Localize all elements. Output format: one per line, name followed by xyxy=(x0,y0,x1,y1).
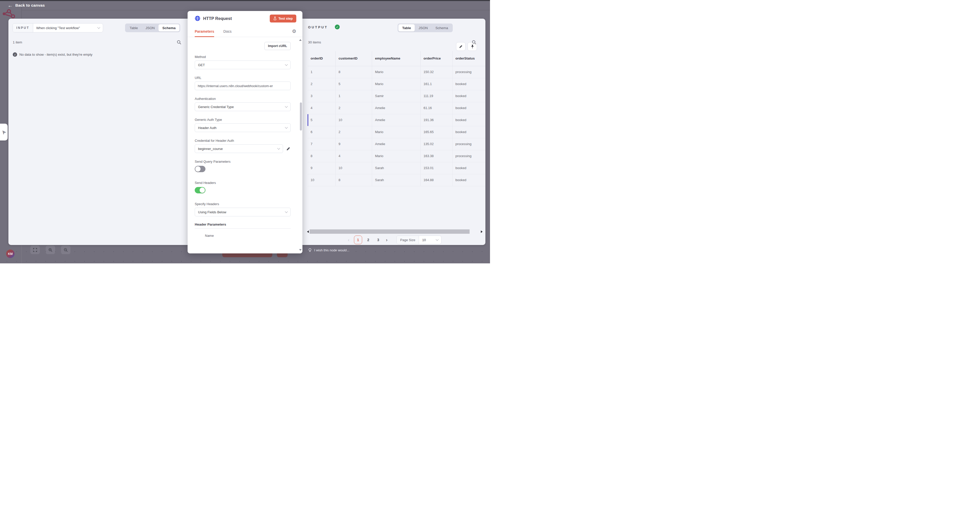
cell: 8 xyxy=(335,174,372,186)
page-next-button[interactable]: › xyxy=(386,237,387,243)
table-row: 42Amelie61.16booked xyxy=(307,102,485,114)
hscroll-right-arrow[interactable] xyxy=(481,230,483,233)
import-curl-button[interactable]: Import cURL xyxy=(264,42,291,50)
authentication-select[interactable]: Generic Credential Type xyxy=(195,102,291,111)
output-table: orderID customerID employeeName orderPri… xyxy=(307,51,485,186)
cell: booked xyxy=(452,114,485,126)
edit-credential-pencil-icon[interactable] xyxy=(286,146,291,151)
input-tab-schema[interactable]: Schema xyxy=(159,24,180,32)
input-run-selector[interactable]: INPUT When clicking "Test workflow" xyxy=(13,23,103,32)
hscroll-thumb[interactable] xyxy=(310,229,469,234)
hscroll-left-arrow[interactable] xyxy=(307,230,309,233)
zoom-in-icon xyxy=(48,248,52,252)
canvas-cursor-button[interactable]: ➤ xyxy=(0,124,8,141)
sidebar-divider-bottom xyxy=(21,245,22,264)
cell: processing xyxy=(452,66,485,78)
cell: 5 xyxy=(307,114,335,126)
cell: Mario xyxy=(372,126,420,138)
send-headers-toggle[interactable] xyxy=(195,187,205,193)
generic-auth-type-label: Generic Auth Type xyxy=(195,118,291,121)
credential-select[interactable]: beginner_course xyxy=(195,144,283,153)
zoom-in-button[interactable] xyxy=(46,246,55,254)
output-search-icon[interactable] xyxy=(472,40,476,45)
zoom-out-button[interactable] xyxy=(61,246,70,254)
cell: 8 xyxy=(335,66,372,78)
chevron-down-icon xyxy=(285,63,288,65)
page-size-control[interactable]: Page Size 10 xyxy=(396,236,442,244)
cell: processing xyxy=(452,150,485,162)
cell: booked xyxy=(452,102,485,114)
edit-output-button[interactable] xyxy=(456,42,466,51)
test-step-button[interactable]: Test step xyxy=(270,14,296,22)
page-button-2[interactable]: 2 xyxy=(365,236,371,244)
specify-headers-select[interactable]: Using Fields Below xyxy=(195,208,291,216)
table-header-row: orderID customerID employeeName orderPri… xyxy=(307,51,485,66)
url-input[interactable] xyxy=(195,81,291,90)
node-tabs: Parameters Docs ⚙ xyxy=(188,26,302,37)
cell: 61.16 xyxy=(420,102,452,114)
cell: 163.38 xyxy=(420,150,452,162)
cell: 150.32 xyxy=(420,66,452,78)
cell: processing xyxy=(452,138,485,150)
output-tab-schema[interactable]: Schema xyxy=(431,24,452,32)
table-row: 31Samir111.19booked xyxy=(307,90,485,102)
generic-auth-type-select[interactable]: Header Auth xyxy=(195,123,291,132)
page-prev-button[interactable]: ‹ xyxy=(348,237,349,243)
cell: 2 xyxy=(307,78,335,90)
authentication-value: Generic Credential Type xyxy=(198,105,285,109)
input-tab-table[interactable]: Table xyxy=(126,24,142,32)
cell: 10 xyxy=(307,174,335,186)
cursor-arrow-icon: ➤ xyxy=(0,128,8,136)
input-empty-state: i No data to show - item(s) exist, but t… xyxy=(13,53,92,57)
lightbulb-icon xyxy=(308,248,312,252)
avatar[interactable]: KM xyxy=(6,249,14,258)
modal-scroll-down-arrow[interactable] xyxy=(299,249,302,251)
input-search-icon[interactable] xyxy=(177,40,181,45)
table-row: 79Amelie135.02processing xyxy=(307,138,485,150)
tab-parameters[interactable]: Parameters xyxy=(195,26,214,37)
page-size-value: 10 xyxy=(422,238,434,242)
cell: 161.1 xyxy=(420,78,452,90)
credential-value: beginner_course xyxy=(198,147,278,151)
page-size-select[interactable]: 10 xyxy=(419,236,441,244)
chevron-down-icon xyxy=(285,126,288,128)
output-tab-json[interactable]: JSON xyxy=(415,24,431,32)
col-orderID[interactable]: orderID xyxy=(307,51,335,66)
col-employeeName[interactable]: employeeName xyxy=(372,51,420,66)
cell: Mario xyxy=(372,66,420,78)
col-orderPrice[interactable]: orderPrice xyxy=(420,51,452,66)
header-param-name-label: Name xyxy=(205,234,291,238)
send-query-toggle[interactable] xyxy=(195,166,205,172)
window-top-strip xyxy=(0,0,490,1)
toggle-knob xyxy=(200,187,205,193)
modal-scroll-up-arrow[interactable] xyxy=(299,39,302,41)
input-tab-json[interactable]: JSON xyxy=(142,24,159,32)
n8n-logo xyxy=(2,8,16,19)
fit-view-button[interactable] xyxy=(30,246,40,254)
cell: 9 xyxy=(307,162,335,174)
input-items-count: 1 item xyxy=(13,40,22,44)
col-customerID[interactable]: customerID xyxy=(335,51,372,66)
node-feedback-link[interactable]: I wish this node would... xyxy=(308,248,349,252)
col-orderStatus[interactable]: orderStatus xyxy=(452,51,485,66)
globe-icon xyxy=(195,16,200,21)
cell: 7 xyxy=(307,138,335,150)
input-run-select[interactable]: When clicking "Test workflow" xyxy=(33,24,103,32)
modal-scroll-thumb[interactable] xyxy=(300,102,302,131)
cell: 165.65 xyxy=(420,126,452,138)
cell: 1 xyxy=(335,90,372,102)
cell: 191.36 xyxy=(420,114,452,126)
tab-docs[interactable]: Docs xyxy=(223,26,231,37)
back-label: Back to canvas xyxy=(15,3,45,8)
cell: Mario xyxy=(372,78,420,90)
page-button-3[interactable]: 3 xyxy=(375,236,381,244)
back-to-canvas-button[interactable]: ← Back to canvas xyxy=(8,3,45,8)
page-button-1[interactable]: 1 xyxy=(354,236,362,244)
cell: Mario xyxy=(372,150,420,162)
output-tab-table[interactable]: Table xyxy=(398,24,415,32)
node-header: HTTP Request Test step xyxy=(188,11,302,26)
cell: 111.19 xyxy=(420,90,452,102)
cell: 9 xyxy=(335,138,372,150)
method-select[interactable]: GET xyxy=(195,61,291,69)
gear-icon[interactable]: ⚙ xyxy=(292,28,296,34)
